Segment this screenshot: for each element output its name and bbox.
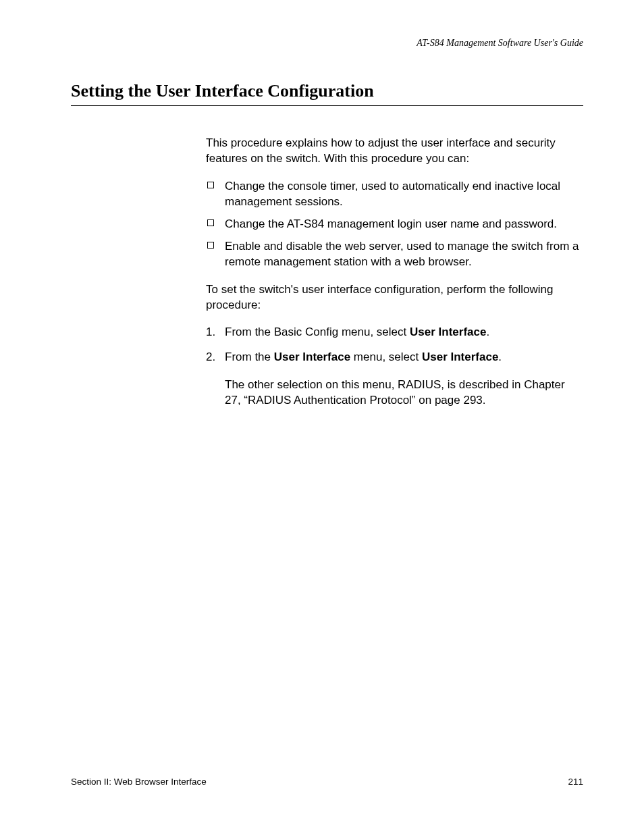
bullet-text: Change the AT-S84 management login user … [225,217,557,230]
list-item: Change the console timer, used to automa… [206,179,583,210]
footer-section-label: Section II: Web Browser Interface [71,777,207,787]
body-content: This procedure explains how to adjust th… [206,136,583,409]
section-title: Setting the User Interface Configuration [71,81,583,106]
step-item: 1. From the Basic Config menu, select Us… [206,325,583,340]
step-item: 2. From the User Interface menu, select … [206,350,583,409]
intro-paragraph: This procedure explains how to adjust th… [206,136,583,167]
step-text-segment: menu, select [350,350,422,363]
step-text-bold: User Interface [422,350,498,363]
step-text: From the User Interface menu, select Use… [225,350,502,363]
bullet-list: Change the console timer, used to automa… [206,179,583,270]
step-text-segment: . [498,350,502,363]
step-text-bold: User Interface [274,350,350,363]
step-number: 2. [206,350,215,365]
step-followup: The other selection on this menu, RADIUS… [225,377,583,409]
box-icon [207,242,214,249]
step-number: 1. [206,325,215,340]
step-text: From the Basic Config menu, select User … [225,325,489,338]
list-item: Enable and disable the web server, used … [206,239,583,270]
bullet-text: Enable and disable the web server, used … [225,240,579,268]
box-icon [207,219,214,226]
page-footer: Section II: Web Browser Interface 211 [71,777,583,787]
numbered-steps: 1. From the Basic Config menu, select Us… [206,325,583,409]
bullet-text: Change the console timer, used to automa… [225,180,560,208]
step-text-segment: From the [225,350,274,363]
step-text-segment: From the Basic Config menu, select [225,325,410,338]
step-text-bold: User Interface [410,325,486,338]
document-page: AT-S84 Management Software User's Guide … [0,0,644,834]
page-number: 211 [568,777,583,787]
list-item: Change the AT-S84 management login user … [206,217,583,232]
step-text-segment: . [486,325,489,338]
running-header: AT-S84 Management Software User's Guide [71,38,583,49]
pre-steps-paragraph: To set the switch's user interface confi… [206,282,583,313]
box-icon [207,182,214,188]
